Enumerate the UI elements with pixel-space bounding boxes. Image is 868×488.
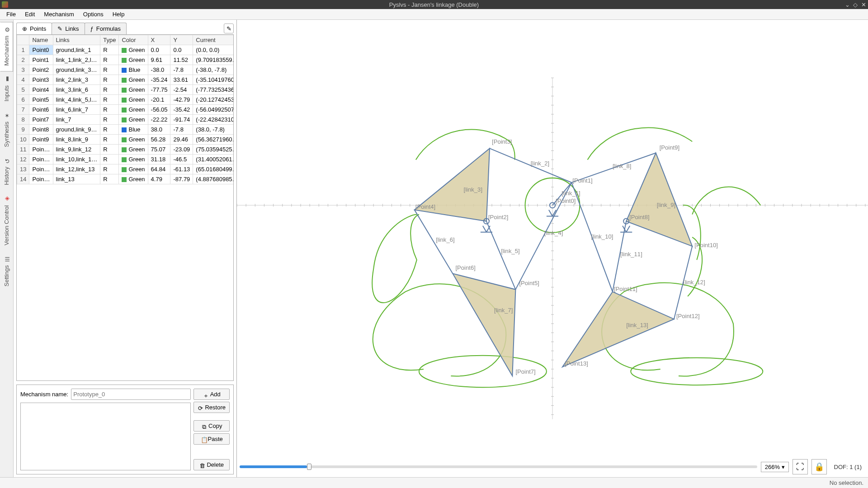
tab-formulas[interactable]: ƒFormulas — [85, 23, 127, 34]
trash-icon: 🗑 — [199, 462, 205, 468]
svg-text:[link_9]: [link_9] — [657, 202, 675, 208]
table-row[interactable]: 10 Point9 link_8,link_9R Green 56.2829.4… — [17, 135, 234, 145]
table-row[interactable]: 4 Point3 link_2,link_3R Green -35.2433.6… — [17, 75, 234, 85]
mechanism-panel: ⊕Points ✎Links ƒFormulas ✎ Name Links Ty… — [14, 20, 237, 477]
status-text: No selection. — [830, 479, 863, 486]
table-header: Name Links Type Color X Y Current — [17, 35, 234, 45]
plus-icon: ＋ — [203, 392, 208, 397]
sidebar-tab-inputs[interactable]: Inputs▮ — [0, 71, 13, 107]
edit-table-button[interactable]: ✎ — [224, 23, 234, 33]
mech-name-label: Mechanism name: — [20, 391, 68, 398]
col-name[interactable]: Name — [29, 35, 53, 45]
menu-options[interactable]: Options — [79, 9, 108, 19]
mechanism-canvas[interactable]: [Point0] [Point1] [Point2] [Point3] [Poi… — [237, 20, 868, 477]
sidebar-tab-mechanism[interactable]: Mechanism⚙ — [0, 22, 13, 71]
svg-marker-116 — [562, 292, 674, 367]
synthesis-icon: ✶ — [4, 113, 9, 119]
svg-text:[Point2]: [Point2] — [488, 214, 508, 221]
copy-icon: ⧉ — [201, 423, 207, 429]
minimize-icon[interactable]: ⌄ — [844, 2, 850, 7]
lock-icon: 🔒 — [814, 462, 824, 472]
fit-view-button[interactable]: ⛶ — [793, 459, 808, 474]
tab-links[interactable]: ✎Links — [52, 23, 85, 34]
svg-text:[Point5]: [Point5] — [519, 280, 539, 286]
table-row[interactable]: 14 Poin… link_13R Green 4.79-87.79(4.887… — [17, 174, 234, 184]
sidebar-tab-synthesis[interactable]: Synthesis✶ — [0, 108, 13, 153]
svg-text:[Point3]: [Point3] — [492, 138, 512, 145]
svg-text:[Point10]: [Point10] — [694, 242, 718, 249]
sidebar-tab-history[interactable]: History↺ — [0, 153, 13, 191]
inputs-icon: ▮ — [4, 77, 9, 83]
col-current[interactable]: Current — [193, 35, 234, 45]
table-row[interactable]: 12 Poin… link_10,link_1…R Green 31.18-46… — [17, 155, 234, 164]
app-icon — [2, 1, 8, 8]
lock-view-button[interactable]: 🔒 — [811, 459, 827, 474]
storage-list[interactable] — [20, 403, 191, 470]
table-row[interactable]: 5 Point4 link_3,link_6R Green -77.75-2.5… — [17, 85, 234, 95]
table-row[interactable]: 8 Point7 link_7R Green -22.22-91.74(-22.… — [17, 115, 234, 125]
svg-text:[link_3]: [link_3] — [464, 186, 482, 193]
svg-text:[Point4]: [Point4] — [415, 203, 435, 210]
svg-text:[link_8]: [link_8] — [613, 163, 631, 169]
sidebar-tab-settings[interactable]: Settings☰ — [0, 251, 13, 292]
tab-points[interactable]: ⊕Points — [16, 23, 52, 34]
canvas-svg: [Point0] [Point1] [Point2] [Point3] [Poi… — [237, 20, 868, 477]
close-icon[interactable]: ✕ — [861, 2, 866, 7]
formula-icon: ƒ — [90, 25, 94, 32]
sidebar-tabs: Mechanism⚙ Inputs▮ Synthesis✶ History↺ V… — [0, 20, 14, 477]
table-row[interactable]: 2 Point1 link_1,link_2,l…R Green 9.6111.… — [17, 55, 234, 65]
col-type[interactable]: Type — [100, 35, 119, 45]
maximize-icon[interactable]: ◇ — [853, 2, 858, 7]
restore-icon: ⟳ — [198, 405, 203, 410]
menu-mechanism[interactable]: Mechanism — [39, 9, 78, 19]
copy-button[interactable]: ⧉Copy — [193, 420, 230, 432]
svg-point-112 — [631, 358, 763, 385]
paste-button[interactable]: 📋Paste — [193, 433, 230, 445]
table-row[interactable]: 11 Poin… link_9,link_12R Green 75.07-23.… — [17, 145, 234, 155]
col-links[interactable]: Links — [53, 35, 100, 45]
table-row[interactable]: 13 Poin… link_12,link_13R Green 64.84-61… — [17, 164, 234, 174]
delete-button[interactable]: 🗑Delete — [193, 459, 230, 470]
svg-text:[link_2]: [link_2] — [531, 160, 549, 167]
mech-name-input[interactable] — [71, 389, 191, 400]
add-button[interactable]: ＋Add — [193, 389, 230, 400]
expand-icon: ⛶ — [796, 462, 804, 472]
svg-text:[Point9]: [Point9] — [660, 144, 679, 151]
window-title: Pyslvs - Jansen's linkage (Double) — [389, 1, 479, 8]
table-row[interactable]: 6 Point5 link_4,link_5,l…R Green -20.1-4… — [17, 95, 234, 105]
sidebar-tab-version[interactable]: Version Control◈ — [0, 191, 13, 251]
svg-text:[link_1]: [link_1] — [561, 190, 580, 197]
svg-line-119 — [486, 221, 515, 290]
table-row[interactable]: 7 Point6 link_6,link_7R Green -56.05-35.… — [17, 105, 234, 115]
storage-panel: Mechanism name: ＋Add ⟳Restore ⧉Copy 📋Pas… — [16, 385, 234, 474]
history-icon: ↺ — [4, 159, 9, 164]
svg-text:[Point13]: [Point13] — [565, 360, 588, 367]
table-row[interactable]: 1 Point0 ground,link_1R Green 0.00.0(0.0… — [17, 45, 234, 55]
restore-button[interactable]: ⟳Restore — [193, 402, 230, 413]
pencil-icon: ✎ — [226, 25, 231, 32]
svg-text:[Point12]: [Point12] — [676, 313, 700, 319]
zoom-dropdown[interactable]: 266% ▾ — [761, 462, 789, 472]
menu-edit[interactable]: Edit — [20, 9, 39, 19]
col-color[interactable]: Color — [119, 35, 148, 45]
point-icon: ⊕ — [22, 25, 27, 32]
col-y[interactable]: Y — [170, 35, 193, 45]
table-row[interactable]: 9 Point8 ground,link_9…R Blue 38.0-7.8(3… — [17, 125, 234, 135]
svg-text:[link_4]: [link_4] — [544, 230, 563, 236]
link-icon: ✎ — [57, 25, 62, 32]
frame-slider[interactable] — [240, 465, 757, 468]
table-row[interactable]: 3 Point2 ground,link_3…R Blue -38.0-7.8(… — [17, 65, 234, 75]
menu-file[interactable]: File — [2, 9, 20, 19]
titlebar: Pyslvs - Jansen's linkage (Double) ⌄ ◇ ✕ — [0, 0, 868, 9]
paste-icon: 📋 — [201, 436, 206, 442]
svg-text:[Point11]: [Point11] — [614, 286, 637, 292]
points-table[interactable]: Name Links Type Color X Y Current 1 Poin… — [16, 34, 234, 381]
col-x[interactable]: X — [148, 35, 170, 45]
statusbar: No selection. — [0, 477, 868, 488]
svg-text:[link_5]: [link_5] — [501, 248, 519, 254]
svg-text:[link_12]: [link_12] — [683, 279, 705, 286]
dof-label: DOF: 1 (1) — [830, 462, 865, 472]
menubar: File Edit Mechanism Options Help — [0, 9, 868, 20]
menu-help[interactable]: Help — [108, 9, 129, 19]
svg-text:[Point1]: [Point1] — [572, 177, 592, 184]
